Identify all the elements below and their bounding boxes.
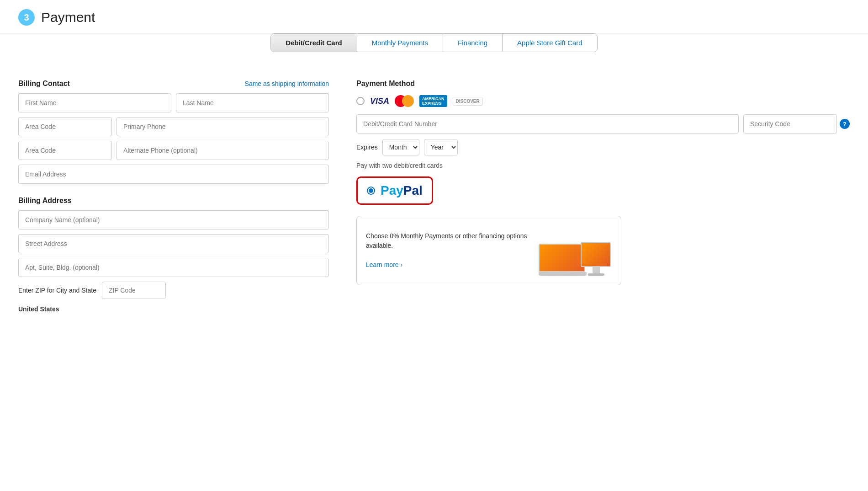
paypal-radio <box>367 187 375 195</box>
step-indicator: 3 <box>18 9 35 26</box>
billing-contact-title: Billing Contact <box>18 80 70 88</box>
tab-monthly-payments[interactable]: Monthly Payments <box>357 34 443 52</box>
expires-label: Expires <box>356 144 378 151</box>
tab-debit-credit[interactable]: Debit/Credit Card <box>271 34 357 52</box>
email-row <box>18 165 329 184</box>
page-header: 3 Payment <box>0 0 868 33</box>
year-select[interactable]: Year 2024202520262027 20282029 <box>424 139 458 155</box>
security-help-button[interactable]: ? <box>840 119 850 129</box>
first-name-input[interactable] <box>18 93 171 112</box>
tab-financing[interactable]: Financing <box>443 34 503 52</box>
zip-label: Enter ZIP for City and State <box>18 287 96 294</box>
card-number-row: ? <box>356 114 850 133</box>
payment-method-title: Payment Method <box>356 80 850 88</box>
billing-address-section: Billing Address Enter ZIP for City and S… <box>18 197 329 313</box>
tabs-bar: Debit/Credit Card Monthly Payments Finan… <box>270 33 597 52</box>
company-input[interactable] <box>18 210 329 229</box>
billing-address-title: Billing Address <box>18 197 329 205</box>
paypal-logo: PayPal <box>381 183 423 198</box>
billing-contact-header: Billing Contact Same as shipping informa… <box>18 80 329 88</box>
page-title: Payment <box>41 10 95 25</box>
paypal-button[interactable]: PayPal <box>356 176 433 205</box>
alternate-phone-input[interactable] <box>116 141 329 160</box>
tab-gift-card[interactable]: Apple Store Gift Card <box>503 34 597 52</box>
promo-box: Choose 0% Monthly Payments or other fina… <box>356 216 621 285</box>
left-panel: Billing Contact Same as shipping informa… <box>18 80 329 313</box>
visa-logo: VISA <box>370 96 389 106</box>
email-input[interactable] <box>18 165 329 184</box>
expires-row: Expires Month 01020304 05060708 09101112… <box>356 139 850 155</box>
right-panel: Payment Method VISA AMERICANEXPRESS DISC… <box>356 80 850 313</box>
primary-phone-input[interactable] <box>116 117 329 136</box>
street-row <box>18 234 329 253</box>
primary-phone-row <box>18 117 329 136</box>
card-radio[interactable] <box>356 97 365 105</box>
apt-row <box>18 258 329 277</box>
security-code-wrapper: ? <box>743 114 850 133</box>
name-row <box>18 93 329 112</box>
paypal-radio-inner <box>369 188 373 193</box>
promo-learn-more-link[interactable]: Learn more › <box>366 261 402 268</box>
company-row <box>18 210 329 229</box>
promo-text: Choose 0% Monthly Payments or other fina… <box>366 231 539 270</box>
area-code-2-input[interactable] <box>18 141 112 160</box>
discover-logo: DISCOVER <box>453 97 483 106</box>
zip-row: Enter ZIP for City and State <box>18 282 329 299</box>
security-code-input[interactable] <box>743 114 837 133</box>
payment-tabs: Debit/Credit Card Monthly Payments Finan… <box>0 33 868 52</box>
apt-input[interactable] <box>18 258 329 277</box>
mastercard-logo <box>395 95 414 107</box>
promo-image <box>539 225 612 276</box>
amex-logo: AMERICANEXPRESS <box>419 95 447 107</box>
same-as-shipping-link[interactable]: Same as shipping information <box>245 80 329 87</box>
area-code-1-input[interactable] <box>18 117 112 136</box>
card-number-input[interactable] <box>356 114 739 133</box>
month-select[interactable]: Month 01020304 05060708 09101112 <box>382 139 419 155</box>
street-input[interactable] <box>18 234 329 253</box>
last-name-input[interactable] <box>176 93 329 112</box>
alternate-phone-row <box>18 141 329 160</box>
two-cards-link: Pay with two debit/credit cards <box>356 162 850 169</box>
main-content: Billing Contact Same as shipping informa… <box>0 66 868 326</box>
country-label: United States <box>18 305 329 313</box>
card-brands-row: VISA AMERICANEXPRESS DISCOVER <box>356 95 850 107</box>
zip-input[interactable] <box>102 282 166 299</box>
